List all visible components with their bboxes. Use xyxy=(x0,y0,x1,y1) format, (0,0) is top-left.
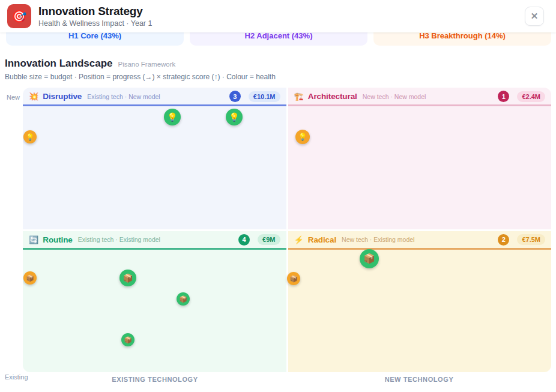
package-icon: 📦 xyxy=(289,276,298,282)
legend-text: Bubble size = budget · Position = progre… xyxy=(5,73,276,81)
count-badge: 1 xyxy=(498,91,509,102)
building-construction-icon: 🏗️ xyxy=(294,92,304,100)
page-title: Innovation Strategy xyxy=(38,5,525,18)
quadrant-radical: ⚡ Radical New tech · Existing model 2 €7… xyxy=(288,231,552,373)
x-axis-label-new-tech: NEW TECHNOLOGY xyxy=(287,376,551,383)
package-icon: 📦 xyxy=(179,296,187,303)
quadrant-grid: 💥 Disruptive Existing tech · New model 3… xyxy=(23,88,551,372)
quadrant-header: 💥 Disruptive Existing tech · New model 3… xyxy=(23,88,286,106)
bubble-routine[interactable]: 📦 xyxy=(177,292,190,306)
bubble-disruptive[interactable]: 💡 xyxy=(164,109,181,125)
quadrant-desc: Existing tech · Existing model xyxy=(78,236,160,243)
collision-icon: 💥 xyxy=(29,92,38,100)
package-icon: 📦 xyxy=(26,275,34,282)
package-icon: 📦 xyxy=(363,254,375,264)
bubble-routine[interactable]: 📦 xyxy=(23,271,37,285)
close-button[interactable]: ✕ xyxy=(525,7,544,26)
budget-pill: €9M xyxy=(258,234,280,245)
bubble-routine[interactable]: 📦 xyxy=(119,270,136,286)
quadrant-name: Disruptive xyxy=(43,92,82,101)
quadrant-header: 🏗️ Architectural New tech · New model 1 … xyxy=(288,88,552,106)
quadrant-name: Radical xyxy=(308,235,336,244)
budget-pill: €2.4M xyxy=(517,91,545,102)
bubble-disruptive[interactable]: 💡 xyxy=(23,130,37,143)
y-axis-label-new: New xyxy=(0,94,20,101)
quadrant-header: ⚡ Radical New tech · Existing model 2 €7… xyxy=(288,231,552,250)
quadrant-name: Routine xyxy=(43,235,73,244)
quadrant-desc: New tech · New model xyxy=(363,93,426,100)
quadrant-disruptive: 💥 Disruptive Existing tech · New model 3… xyxy=(23,88,286,229)
budget-pill: €10.1M xyxy=(249,91,280,102)
quadrant-header: 🔄 Routine Existing tech · Existing model… xyxy=(23,231,286,250)
header: 🎯 Innovation Strategy Health & Wellness … xyxy=(0,0,556,32)
section-title: Innovation Landscape xyxy=(5,58,112,70)
quadrant-name: Architectural xyxy=(308,92,357,101)
quadrant-desc: Existing tech · New model xyxy=(87,93,160,100)
bubble-routine[interactable]: 📦 xyxy=(121,333,134,346)
bubble-radical[interactable]: 📦 xyxy=(287,272,300,285)
lightbulb-icon: 💡 xyxy=(229,113,239,121)
lightning-icon: ⚡ xyxy=(294,236,304,244)
count-badge: 4 xyxy=(238,234,250,246)
framework-label: Pisano Framework xyxy=(118,61,175,68)
count-badge: 3 xyxy=(229,91,241,102)
innovation-strategy-modal: H1 Core (43%) H2 Adjacent (43%) H3 Break… xyxy=(0,0,556,392)
close-icon: ✕ xyxy=(531,11,539,22)
bubble-architectural[interactable]: 💡 xyxy=(295,130,310,144)
landscape-section-head: Innovation Landscape Pisano Framework Bu… xyxy=(5,58,276,81)
lightbulb-icon: 💡 xyxy=(26,134,34,140)
quadrant-routine: 🔄 Routine Existing tech · Existing model… xyxy=(23,231,286,373)
package-icon: 📦 xyxy=(124,337,132,343)
target-app-icon: 🎯 xyxy=(7,4,31,28)
header-titles: Innovation Strategy Health & Wellness Im… xyxy=(38,5,525,28)
quadrant-desc: New tech · Existing model xyxy=(342,236,414,243)
lightbulb-icon: 💡 xyxy=(167,113,177,121)
bubble-disruptive[interactable]: 💡 xyxy=(226,109,243,125)
quadrant-architectural: 🏗️ Architectural New tech · New model 1 … xyxy=(288,88,552,229)
budget-pill: €7.5M xyxy=(517,234,545,245)
package-icon: 📦 xyxy=(122,274,133,282)
bubble-radical[interactable]: 📦 xyxy=(360,249,379,268)
x-axis-label-existing-tech: EXISTING TECHNOLOGY xyxy=(23,376,287,383)
cycle-arrows-icon: 🔄 xyxy=(29,236,38,244)
page-subtitle: Health & Wellness Impact · Year 1 xyxy=(38,19,525,28)
lightbulb-icon: 💡 xyxy=(298,133,307,140)
count-badge: 2 xyxy=(498,234,509,246)
